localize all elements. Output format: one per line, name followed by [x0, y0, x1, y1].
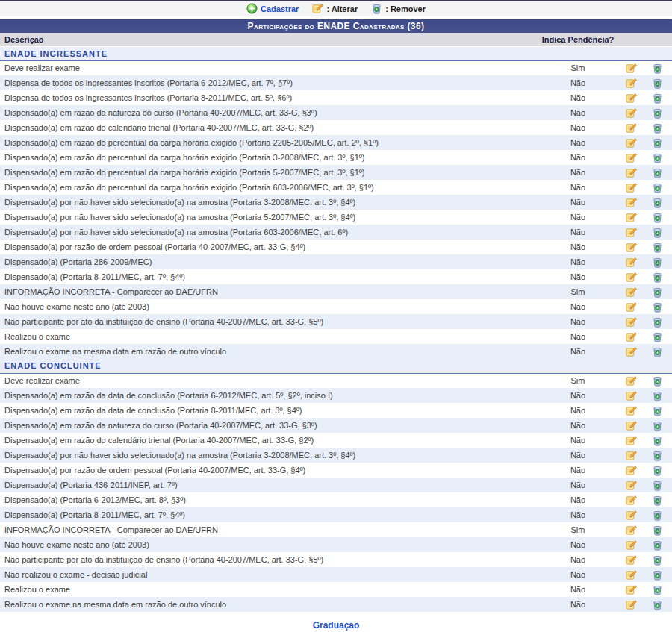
edit-note-icon[interactable]: [626, 287, 637, 298]
edit-note-icon[interactable]: [626, 480, 637, 491]
trash-icon[interactable]: [652, 539, 663, 551]
trash-icon[interactable]: [652, 301, 663, 313]
trash-icon[interactable]: [652, 525, 663, 536]
edit-note-icon[interactable]: [626, 495, 637, 506]
trash-icon[interactable]: [652, 93, 663, 104]
edit-note-icon[interactable]: [626, 346, 637, 357]
row-indica-pendencia: Não: [536, 507, 620, 522]
edit-note-icon[interactable]: [626, 599, 637, 610]
row-description: Dispensado(a) em razão do percentual da …: [0, 165, 536, 180]
trash-icon[interactable]: [652, 346, 663, 357]
graduacao-link[interactable]: Graduação: [313, 620, 360, 631]
trash-icon[interactable]: [652, 420, 663, 431]
trash-icon[interactable]: [652, 152, 663, 163]
edit-note-icon[interactable]: [626, 63, 637, 74]
edit-note-icon[interactable]: [626, 227, 637, 238]
edit-note-icon[interactable]: [626, 316, 637, 328]
trash-icon[interactable]: [652, 480, 663, 491]
trash-icon[interactable]: [652, 405, 663, 416]
edit-note-icon[interactable]: [626, 539, 637, 551]
trash-icon[interactable]: [652, 510, 663, 521]
edit-note-icon[interactable]: [626, 107, 637, 119]
section-header: ENADE INGRESSANTE: [0, 46, 672, 60]
row-indica-pendencia: Não: [536, 344, 620, 359]
row-description: Deve realizar exame: [0, 373, 536, 388]
edit-note-icon[interactable]: [626, 465, 637, 476]
table-row: Dispensado(a) em razão da natureza do cu…: [0, 105, 672, 120]
row-description: Realizou o exame: [0, 582, 536, 597]
edit-note-icon[interactable]: [626, 331, 637, 342]
edit-note-icon[interactable]: [626, 510, 637, 521]
alterar-action-cell: [620, 478, 642, 492]
trash-icon[interactable]: [652, 197, 663, 208]
edit-note-icon[interactable]: [626, 390, 637, 401]
edit-note-icon[interactable]: [626, 420, 637, 431]
trash-icon[interactable]: [652, 63, 663, 74]
trash-icon[interactable]: [652, 450, 663, 461]
edit-note-icon[interactable]: [626, 182, 637, 193]
edit-note-icon[interactable]: [626, 137, 637, 148]
trash-icon[interactable]: [652, 182, 663, 193]
trash-icon[interactable]: [652, 212, 663, 223]
trash-icon[interactable]: [652, 599, 663, 610]
edit-note-icon[interactable]: [626, 375, 637, 387]
remover-action-cell: [642, 448, 672, 463]
cadastrar-button[interactable]: Cadastrar: [246, 3, 299, 14]
row-indica-pendencia: Não: [536, 254, 620, 269]
trash-icon[interactable]: [652, 316, 663, 328]
edit-note-icon[interactable]: [626, 554, 637, 566]
edit-note-icon[interactable]: [626, 569, 637, 581]
edit-note-icon[interactable]: [626, 450, 637, 461]
edit-note-icon[interactable]: [626, 301, 637, 313]
trash-icon[interactable]: [652, 122, 663, 134]
trash-icon[interactable]: [652, 554, 663, 566]
trash-icon[interactable]: [652, 331, 663, 342]
edit-note-icon[interactable]: [626, 257, 637, 268]
trash-icon[interactable]: [652, 257, 663, 268]
trash-icon[interactable]: [652, 435, 663, 446]
edit-note-icon[interactable]: [626, 272, 637, 283]
row-description: Dispensado(a) em razão do calendário tri…: [0, 433, 536, 448]
trash-icon[interactable]: [652, 242, 663, 253]
trash-icon[interactable]: [652, 107, 663, 119]
remover-action-cell: [642, 433, 672, 448]
remover-action-cell: [642, 388, 672, 403]
alterar-action-cell: [620, 418, 642, 433]
edit-note-icon[interactable]: [626, 122, 637, 134]
trash-icon[interactable]: [652, 227, 663, 238]
trash-icon[interactable]: [652, 465, 663, 476]
trash-icon[interactable]: [652, 584, 663, 595]
alterar-action-cell: [620, 373, 642, 388]
row-indica-pendencia: Não: [536, 433, 620, 448]
edit-note-icon[interactable]: [626, 152, 637, 163]
trash-icon[interactable]: [652, 390, 663, 401]
table-row: Realizou o exame na mesma data em razão …: [0, 344, 672, 359]
edit-note-icon[interactable]: [626, 212, 637, 223]
edit-note-icon[interactable]: [626, 435, 637, 446]
trash-icon[interactable]: [652, 287, 663, 298]
edit-note-icon[interactable]: [626, 93, 637, 104]
trash-icon[interactable]: [652, 78, 663, 89]
trash-icon[interactable]: [652, 495, 663, 506]
remover-action-cell: [642, 344, 672, 359]
remover-label: : Remover: [385, 4, 426, 13]
table-row: Não participante por ato da instituição …: [0, 314, 672, 329]
alterar-action-cell: [620, 284, 642, 299]
row-indica-pendencia: Não: [536, 90, 620, 105]
trash-icon[interactable]: [652, 569, 663, 581]
edit-note-icon[interactable]: [626, 167, 637, 178]
trash-icon[interactable]: [652, 137, 663, 148]
row-description: Dispensado(a) em razão do percentual da …: [0, 135, 536, 150]
row-description: Deve realizar exame: [0, 60, 536, 75]
trash-icon[interactable]: [652, 167, 663, 178]
edit-note-icon[interactable]: [626, 405, 637, 416]
edit-note-icon[interactable]: [626, 242, 637, 253]
edit-note-icon[interactable]: [626, 584, 637, 595]
row-description: Dispensado(a) (Portaria 436-2011/INEP, a…: [0, 478, 536, 492]
edit-note-icon[interactable]: [626, 525, 637, 536]
alterar-action-cell: [620, 433, 642, 448]
trash-icon[interactable]: [652, 375, 663, 387]
edit-note-icon[interactable]: [626, 197, 637, 208]
trash-icon[interactable]: [652, 272, 663, 283]
edit-note-icon[interactable]: [626, 78, 637, 89]
